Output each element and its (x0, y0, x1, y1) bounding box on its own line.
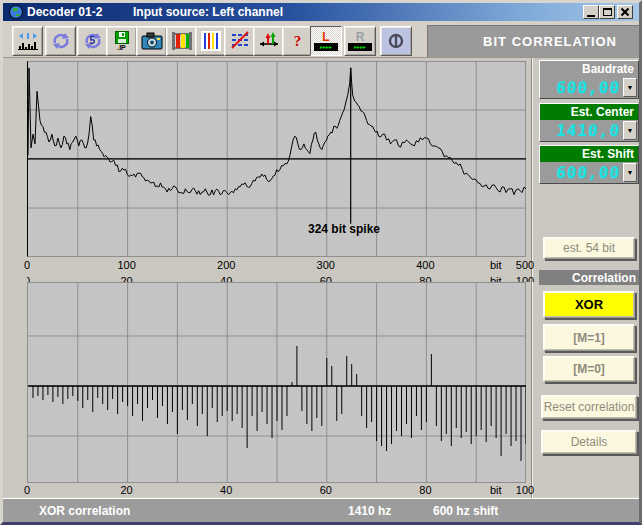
est-bit-button[interactable]: est. 54 bit (543, 237, 635, 259)
help-button[interactable]: ? (282, 26, 313, 56)
axis-tick-label: 0 (27, 275, 30, 282)
baudrate-dropdown-button[interactable] (623, 78, 637, 97)
save-ip-label: .IP (117, 44, 126, 51)
est-shift-dropdown-button[interactable] (623, 163, 637, 182)
axis-tick-label: 0 (24, 484, 30, 496)
axis-unit-label: bit (490, 259, 502, 271)
power-button[interactable] (380, 26, 412, 56)
app-window: Decoder 01-2 Input source: Left channel (0, 0, 642, 525)
est-shift-label: Est. Shift (540, 146, 638, 162)
xor-correlation-bars (28, 283, 526, 483)
spike-annotation: 324 bit spike (259, 222, 429, 236)
chart-area: 324 bit spike 0100200300400500bit 020406… (3, 57, 639, 497)
status-mode: XOR correlation (39, 504, 130, 518)
est-center-label: Est. Center (540, 104, 638, 120)
close-icon (620, 7, 630, 17)
color-lines-icon (201, 31, 221, 51)
maximize-icon (603, 8, 612, 16)
clipped-axis-labels: 020406080100bit (27, 275, 537, 282)
window-subtitle: Input source: Left channel (133, 5, 283, 19)
color-lines-button[interactable] (195, 26, 226, 56)
left-channel-label: L (322, 31, 329, 43)
baudrate-value[interactable]: 600,00 (539, 78, 624, 97)
app-icon[interactable] (8, 4, 24, 20)
xor-correlation-bar-chart (27, 282, 526, 483)
refresh-5-label: 5 (90, 35, 96, 46)
axis-tick-label: 80 (419, 484, 431, 496)
refresh-icon (51, 31, 71, 51)
axis-tick-label: 60 (320, 275, 332, 282)
xor-button[interactable]: XOR (543, 291, 635, 318)
baudrate-combo: Baudrate 600,00 (539, 60, 639, 99)
right-channel-arrows-icon: ▸▸▸▸ (348, 43, 372, 51)
grid-off-icon (230, 31, 250, 51)
left-channel-button[interactable]: L ▸▸▸▸ (310, 26, 342, 56)
bottom-axis-labels: 020406080100bit (27, 484, 537, 498)
power-icon (387, 32, 405, 50)
axis-unit-label: bit (490, 275, 502, 282)
axis-tick-label: 20 (120, 484, 132, 496)
refresh-button[interactable] (45, 26, 76, 56)
est-shift-combo: Est. Shift 600,00 (539, 145, 639, 184)
m1-button[interactable]: [M=1] (543, 324, 635, 351)
axis-unit-label: bit (490, 484, 502, 496)
est-center-dropdown-button[interactable] (623, 121, 637, 140)
minimize-icon (587, 15, 595, 17)
status-shift-freq: 600 hz shift (433, 504, 498, 518)
est-center-combo: Est. Center 1410,0 (539, 103, 639, 142)
est-center-value[interactable]: 1410,0 (539, 121, 624, 140)
axis-scale-button[interactable] (253, 26, 284, 56)
minimize-button[interactable] (583, 5, 599, 19)
statusbar: XOR correlation 1410 hz 600 hz shift (3, 498, 639, 522)
refresh-5-button[interactable]: 5 (77, 26, 108, 56)
spectrum-icon (17, 31, 39, 51)
close-button[interactable] (617, 5, 633, 19)
axis-tick-label: 100 (516, 275, 534, 282)
right-channel-button[interactable]: R ▸▸▸▸ (344, 26, 376, 56)
grid-off-button[interactable] (224, 26, 255, 56)
help-icon: ? (294, 33, 302, 50)
axis-tick-label: 40 (220, 275, 232, 282)
axis-tick-label: 40 (220, 484, 232, 496)
axis-scale-icon (258, 31, 280, 51)
titlebar[interactable]: Decoder 01-2 Input source: Left channel (3, 3, 639, 21)
camera-icon (141, 32, 163, 50)
snapshot-button[interactable] (136, 26, 167, 56)
est-shift-value[interactable]: 600,00 (539, 163, 624, 182)
color-bars-icon (171, 31, 193, 51)
floppy-icon (115, 31, 129, 44)
window-title: Decoder 01-2 (27, 5, 102, 19)
details-button[interactable]: Details (541, 430, 637, 454)
axis-tick-label: 300 (317, 259, 335, 271)
right-channel-label: R (356, 31, 365, 43)
page-title: BIT CORRELATION (427, 25, 639, 57)
axis-tick-label: 200 (217, 259, 235, 271)
axis-tick-label: 80 (419, 275, 431, 282)
spectrum-button[interactable] (12, 26, 43, 56)
left-channel-arrows-icon: ▸▸▸▸ (314, 43, 338, 51)
axis-tick-label: 60 (320, 484, 332, 496)
axis-tick-label: 100 (117, 259, 135, 271)
color-bars-button[interactable] (166, 26, 197, 56)
maximize-button[interactable] (599, 5, 615, 19)
m0-button[interactable]: [M=0] (543, 356, 635, 382)
axis-tick-label: 100 (516, 484, 534, 496)
top-axis-labels: 0100200300400500bit (27, 259, 537, 273)
axis-tick-label: 500 (516, 259, 534, 271)
correlation-header: Correlation (539, 270, 640, 285)
baudrate-label: Baudrate (540, 61, 638, 77)
axis-tick-label: 20 (120, 275, 132, 282)
toolbar: 5 .IP (3, 21, 639, 57)
reset-correlation-button[interactable]: Reset correlation (541, 395, 637, 419)
axis-tick-label: 0 (24, 259, 30, 271)
status-center-freq: 1410 hz (348, 504, 391, 518)
save-ip-button[interactable]: .IP (106, 26, 137, 56)
axis-tick-label: 400 (416, 259, 434, 271)
